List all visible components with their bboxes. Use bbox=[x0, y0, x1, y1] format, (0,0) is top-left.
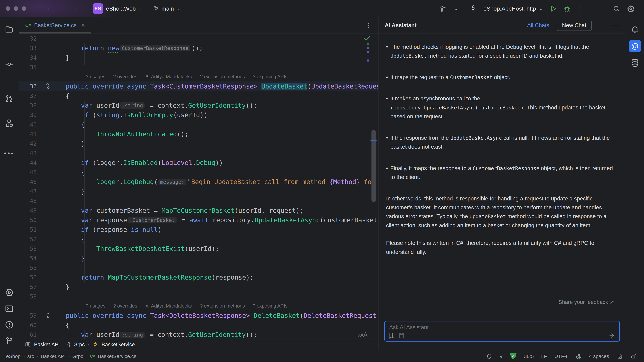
code-line[interactable]: 61 var userId:string = context.GetUserId… bbox=[18, 330, 378, 339]
breadcrumb-item[interactable]: eShop bbox=[6, 354, 21, 359]
branch-selector[interactable]: main ⌄ bbox=[153, 5, 180, 12]
terminal-tool-icon[interactable] bbox=[0, 301, 18, 317]
stripe-mark[interactable] bbox=[367, 43, 369, 45]
line-number[interactable]: 61 bbox=[18, 330, 43, 339]
back-arrow-icon[interactable]: ← bbox=[46, 4, 54, 13]
problems-tool-icon[interactable] bbox=[0, 317, 18, 333]
line-number[interactable]: 37 bbox=[18, 91, 43, 100]
line-number[interactable]: 54 bbox=[18, 253, 43, 263]
line-number[interactable]: 49 bbox=[18, 206, 43, 215]
line-number[interactable]: 44 bbox=[18, 158, 43, 167]
tab-options-kebab-icon[interactable]: ⋮ bbox=[365, 22, 372, 29]
project-badge[interactable]: ES bbox=[92, 3, 103, 14]
code-line[interactable]: 34 } bbox=[18, 53, 378, 62]
code-line[interactable]: 41 ThrowNotAuthenticated(); bbox=[18, 129, 378, 139]
structure-tool-icon[interactable] bbox=[0, 115, 18, 131]
code-vision-item[interactable]: ? extension methods bbox=[200, 74, 245, 79]
lock-icon[interactable] bbox=[630, 353, 636, 360]
line-number[interactable]: 48 bbox=[18, 196, 43, 206]
code-line[interactable]: 47 } bbox=[18, 187, 378, 196]
code-line[interactable]: 52 { bbox=[18, 234, 378, 244]
code-line[interactable]: 48 bbox=[18, 196, 378, 206]
inference-at-icon[interactable]: @ bbox=[576, 353, 582, 360]
code-line[interactable]: 59 public override async Task<DeleteBask… bbox=[18, 311, 378, 320]
code-vision-item[interactable]: ? extension methods bbox=[200, 303, 245, 309]
font-size-widget[interactable]: AAA bbox=[358, 331, 367, 338]
code-vision-item[interactable]: ? overrides bbox=[113, 74, 137, 79]
commit-tool-icon[interactable] bbox=[0, 56, 18, 72]
line-number[interactable]: 46 bbox=[18, 177, 43, 187]
code-line[interactable]: 40 { bbox=[18, 120, 378, 129]
code-line[interactable]: 56 return MapToCustomerBasketResponse(re… bbox=[18, 273, 378, 282]
ai-assistant-tool-icon[interactable]: @ bbox=[626, 38, 644, 54]
code-line[interactable]: 45 { bbox=[18, 167, 378, 177]
file-breadcrumbs[interactable]: eShop›src›Basket.API›Grpc›C#BasketServic… bbox=[0, 354, 136, 359]
code-line[interactable]: 50 var response:CustomerBasket = await r… bbox=[18, 215, 378, 225]
window-controls[interactable] bbox=[6, 6, 26, 11]
code-line[interactable]: 33 return newCustomerBasketResponse(); bbox=[18, 43, 378, 53]
line-number[interactable]: 53 bbox=[18, 244, 43, 253]
attach-context-bookmark-icon[interactable] bbox=[388, 332, 394, 339]
code-vision-item[interactable]: Aditya Mandaleeka bbox=[145, 74, 192, 79]
code-line[interactable]: 55 bbox=[18, 263, 378, 273]
code-line[interactable]: 43 bbox=[18, 148, 378, 158]
code-line[interactable]: 35 bbox=[18, 62, 378, 72]
ai-options-kebab-icon[interactable]: ⋮ bbox=[599, 22, 605, 29]
override-gutter-icon[interactable] bbox=[45, 312, 51, 319]
code-line[interactable]: 57 } bbox=[18, 282, 378, 292]
breadcrumb-item[interactable]: BasketService.cs bbox=[98, 354, 136, 359]
line-number[interactable]: 60 bbox=[18, 320, 43, 330]
build-hammer-icon[interactable] bbox=[440, 5, 447, 12]
code-line[interactable]: 38 var userId:string = context.GetUserId… bbox=[18, 100, 378, 110]
stripe-mark[interactable] bbox=[367, 59, 369, 61]
send-message-icon[interactable] bbox=[608, 332, 615, 339]
line-number[interactable]: 43 bbox=[18, 148, 43, 158]
line-number[interactable]: 47 bbox=[18, 187, 43, 196]
line-number[interactable]: 51 bbox=[18, 225, 43, 234]
line-number[interactable]: 33 bbox=[18, 43, 43, 53]
line-number[interactable]: 42 bbox=[18, 139, 43, 148]
line-ending[interactable]: LF bbox=[541, 354, 547, 359]
line-number[interactable]: 38 bbox=[18, 100, 43, 110]
new-chat-button[interactable]: New Chat bbox=[556, 20, 592, 31]
code-line[interactable]: 36 public override async Task<CustomerBa… bbox=[18, 81, 378, 91]
stripe-mark[interactable] bbox=[367, 51, 369, 53]
line-number[interactable]: 39 bbox=[18, 110, 43, 120]
minimize-panel-icon[interactable]: — bbox=[612, 22, 619, 29]
line-number[interactable]: 35 bbox=[18, 62, 43, 72]
tab-basketservice[interactable]: C# BasketService.cs ✕ bbox=[18, 17, 91, 33]
code-line[interactable]: 44 if (logger.IsEnabled(LogLevel.Debug)) bbox=[18, 158, 378, 167]
line-number[interactable]: 32 bbox=[18, 34, 43, 43]
save-prompt-icon[interactable] bbox=[399, 332, 404, 339]
more-actions-kebab-icon[interactable]: ⋮ bbox=[578, 5, 584, 12]
code-line[interactable]: 58 bbox=[18, 292, 378, 301]
code-line[interactable]: 39 if (string.IsNullOrEmpty(userId)) bbox=[18, 110, 378, 120]
line-number[interactable]: 55 bbox=[18, 263, 43, 273]
forward-arrow-icon[interactable]: → bbox=[70, 4, 78, 13]
code-vision-row[interactable]: ? usages? overridesAditya Mandaleeka? ex… bbox=[18, 301, 378, 311]
breadcrumb-item[interactable]: src bbox=[27, 354, 34, 359]
code-vision-item[interactable]: Aditya Mandaleeka bbox=[145, 303, 192, 309]
ns-module[interactable]: Basket.API bbox=[34, 342, 60, 348]
override-gutter-icon[interactable] bbox=[45, 83, 51, 89]
line-number[interactable]: 58 bbox=[18, 292, 43, 301]
project-tool-icon[interactable] bbox=[0, 22, 18, 38]
profiler-icon[interactable]: γ bbox=[500, 353, 502, 360]
line-number[interactable]: 56 bbox=[18, 273, 43, 282]
code-line[interactable]: 42 } bbox=[18, 139, 378, 148]
notifications-bell-icon[interactable] bbox=[626, 21, 644, 38]
code-vision-item[interactable]: ? overrides bbox=[113, 303, 137, 309]
code-line[interactable]: 46 logger.LogDebug(message:"Begin Update… bbox=[18, 177, 378, 187]
breadcrumb-item[interactable]: Basket.API bbox=[41, 354, 66, 359]
line-number[interactable]: 59 bbox=[18, 311, 43, 320]
file-settings-icon[interactable] bbox=[616, 353, 623, 360]
code-vision-item[interactable]: ? usages bbox=[86, 303, 106, 309]
line-number[interactable]: 40 bbox=[18, 120, 43, 129]
search-everywhere-icon[interactable] bbox=[613, 5, 620, 12]
line-number[interactable]: 41 bbox=[18, 129, 43, 139]
more-tools-icon[interactable]: ••• bbox=[0, 145, 18, 161]
code-vision-item[interactable]: ? usages bbox=[86, 74, 106, 79]
ai-chat-transcript[interactable]: •The method checks if logging is enabled… bbox=[379, 34, 626, 319]
line-number[interactable]: 36 bbox=[18, 81, 43, 91]
file-encoding[interactable]: UTF-8 bbox=[554, 354, 569, 359]
